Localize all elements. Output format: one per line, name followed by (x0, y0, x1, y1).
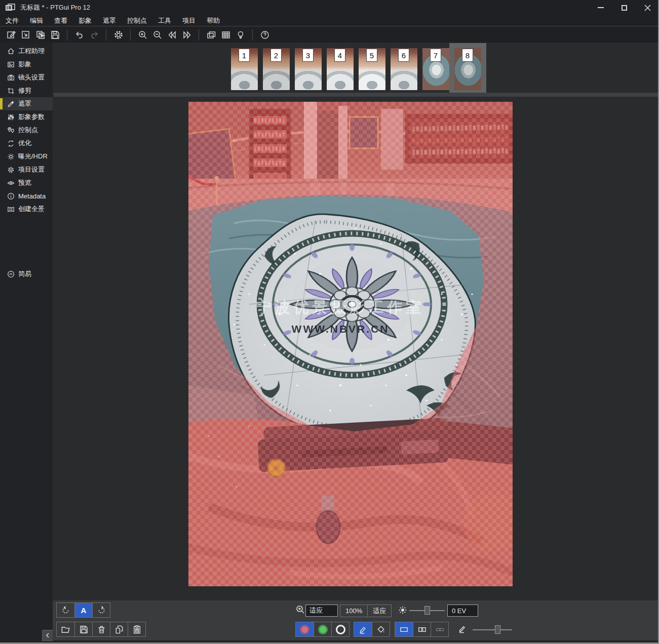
sidebar-item-simple-mode[interactable]: 简易 (0, 267, 53, 280)
canvas-area: 宁波优景摄影工作室 WWW.NBVR.CN (53, 97, 659, 600)
paste-mask-button[interactable] (128, 622, 145, 636)
menu-images[interactable]: 影象 (73, 15, 97, 26)
sidebar-item-images[interactable]: 影象 (0, 58, 53, 71)
minimize-icon (598, 7, 604, 8)
help-button[interactable] (258, 28, 272, 42)
rotate-group: A (56, 602, 110, 618)
brush-tool-button[interactable] (354, 622, 372, 636)
sidebar-item-optimize[interactable]: 优化 (0, 137, 53, 150)
brush-size-slider[interactable] (473, 625, 512, 634)
sidebar: 工程助理 影象 镜头设置 修剪 遮罩 影象参数 控制点 优化 曝光/HDR 项目… (0, 43, 53, 644)
sidebar-item-preview[interactable]: 预览 (0, 176, 53, 189)
mask-file-group (56, 622, 146, 637)
single-view-icon (399, 625, 409, 634)
zoom-in-icon (138, 30, 148, 40)
save-project-button[interactable] (48, 28, 62, 42)
exposure-icon (7, 153, 15, 160)
save-icon (50, 30, 60, 40)
undo-button[interactable] (72, 28, 86, 42)
sidebar-item-crop[interactable]: 修剪 (0, 84, 53, 97)
panorama-editor-button[interactable] (204, 28, 218, 42)
rotate-ccw-button[interactable] (57, 603, 74, 617)
menu-tools[interactable]: 工具 (152, 15, 177, 26)
open-mask-button[interactable] (57, 622, 74, 636)
undo-icon (74, 30, 85, 40)
zoom-in-button[interactable] (136, 28, 149, 42)
mask-color-group (295, 622, 350, 637)
thumbnail-1[interactable]: 1 (231, 48, 258, 90)
next-image-icon (182, 30, 192, 40)
sidebar-item-create-panorama[interactable]: 创建全景 (0, 203, 53, 216)
mask-editor-canvas[interactable]: 宁波优景摄影工作室 WWW.NBVR.CN (188, 102, 513, 586)
sidebar-item-project-settings[interactable]: 项目设置 (0, 163, 53, 176)
ev-input[interactable]: 0 EV (447, 605, 478, 617)
thumbnail-8-selected[interactable]: 8 (454, 48, 481, 90)
menu-control-points[interactable]: 控制点 (122, 15, 152, 26)
link-views-button[interactable] (431, 622, 448, 636)
brightness-slider-handle[interactable] (424, 606, 430, 615)
maximize-button[interactable] (612, 0, 636, 15)
auto-mask-button[interactable]: A (74, 603, 92, 617)
sidebar-item-exposure-hdr[interactable]: 曝光/HDR (0, 150, 53, 163)
menu-edit[interactable]: 编辑 (24, 15, 49, 26)
watermark-studio-text: 宁波优景摄影工作室 (256, 299, 425, 315)
zoom-100-button[interactable]: 100% (340, 605, 367, 617)
brush-size-indicator (457, 624, 467, 636)
sidebar-item-mask[interactable]: 遮罩 (0, 97, 53, 110)
cp-assistant-button[interactable] (234, 28, 247, 42)
project-settings-icon (7, 166, 15, 174)
single-view-button[interactable] (395, 622, 413, 636)
fill-tool-button[interactable] (372, 622, 390, 636)
menu-file[interactable]: 文件 (0, 15, 24, 26)
collapse-sidebar-button[interactable] (42, 630, 53, 641)
thumbnail-4[interactable]: 4 (327, 48, 354, 90)
menu-help[interactable]: 帮助 (201, 15, 225, 26)
redo-button[interactable] (87, 28, 101, 42)
thumbnail-3[interactable]: 3 (295, 48, 322, 90)
maximize-icon (622, 5, 627, 11)
apply-template-button[interactable] (33, 28, 47, 42)
save-mask-button[interactable] (74, 622, 92, 636)
close-button[interactable] (636, 0, 659, 15)
mask-green-button[interactable] (314, 622, 331, 636)
mask-erase-button[interactable] (331, 622, 349, 636)
sidebar-item-metadata[interactable]: Metadata (0, 189, 53, 203)
minimize-button[interactable] (589, 0, 612, 15)
settings-button[interactable] (111, 28, 125, 42)
create-panorama-icon (7, 206, 15, 213)
brush-size-slider-handle[interactable] (495, 625, 500, 634)
sidebar-item-image-parameters[interactable]: 影象参数 (0, 110, 53, 124)
menu-bar: 文件 编辑 查看 影象 遮罩 控制点 工具 项目 帮助 (0, 15, 659, 26)
menu-project[interactable]: 项目 (177, 15, 201, 26)
delete-mask-button[interactable] (92, 622, 110, 636)
thumbnail-scrollbar[interactable] (54, 93, 658, 97)
menu-view[interactable]: 查看 (49, 15, 73, 26)
sidebar-item-control-points[interactable]: 控制点 (0, 124, 53, 137)
split-view-button[interactable] (413, 622, 431, 636)
mask-red-button[interactable] (296, 622, 314, 636)
floppy-icon (79, 625, 89, 634)
sidebar-item-project-assistant[interactable]: 工程助理 (0, 45, 53, 58)
redo-icon (89, 30, 99, 40)
detail-viewer-button[interactable] (219, 28, 232, 42)
red-mask-icon (300, 625, 309, 634)
previous-image-button[interactable] (165, 28, 179, 42)
thumbnail-7[interactable]: 7 (422, 48, 449, 90)
zoom-fit-button[interactable]: 适应 (367, 605, 391, 617)
thumbnail-6[interactable]: 6 (391, 48, 417, 90)
thumbnail-2[interactable]: 2 (263, 48, 290, 90)
next-image-button[interactable] (180, 28, 193, 42)
menu-mask[interactable]: 遮罩 (97, 15, 122, 26)
thumbnail-5[interactable]: 5 (359, 48, 385, 90)
zoom-mode-select[interactable]: 适应 (305, 605, 338, 617)
rotate-cw-button[interactable] (92, 603, 110, 617)
thumbnail-number: 7 (430, 49, 441, 62)
zoom-buttons-group: 100% 适应 (340, 605, 392, 617)
open-project-button[interactable] (19, 28, 32, 42)
copy-mask-button[interactable] (110, 622, 128, 636)
new-project-button[interactable] (4, 28, 18, 42)
magnifier-plus-icon (295, 605, 305, 615)
sidebar-item-lens-settings[interactable]: 镜头设置 (0, 71, 53, 84)
brightness-slider[interactable] (409, 606, 445, 615)
zoom-out-button[interactable] (150, 28, 164, 42)
